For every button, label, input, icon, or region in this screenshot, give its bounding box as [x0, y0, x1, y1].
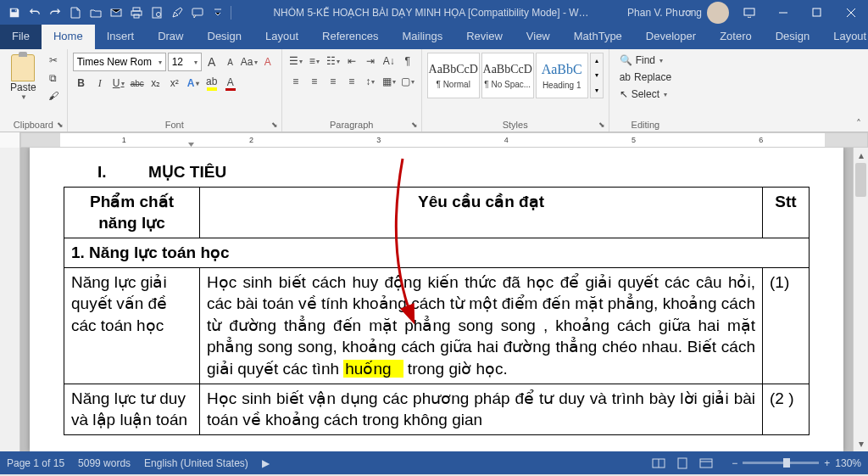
change-case-button[interactable]: Aa▾	[241, 53, 258, 70]
tab-table-layout[interactable]: Layout	[821, 25, 868, 49]
styles-gallery-more[interactable]: ▴▾▾	[590, 53, 604, 98]
save-icon[interactable]	[5, 3, 24, 22]
find-button[interactable]: 🔍Find▾	[615, 53, 676, 68]
borders-button[interactable]: ▢▾	[399, 73, 416, 90]
replace-button[interactable]: abReplace	[615, 70, 676, 85]
scroll-thumb[interactable]	[855, 163, 866, 197]
quick-print-icon[interactable]	[127, 3, 146, 22]
tab-layout[interactable]: Layout	[253, 25, 310, 49]
paragraph-launcher[interactable]: ⬊	[409, 120, 420, 130]
highlighted-text[interactable]: huống	[343, 360, 403, 378]
table-subheading[interactable]: 1. Năng lực toán học	[64, 238, 810, 267]
strikethrough-button[interactable]: abc	[129, 75, 146, 92]
tab-file[interactable]: File	[0, 25, 42, 49]
redo-icon[interactable]	[46, 3, 64, 22]
minimize-button[interactable]	[766, 3, 800, 23]
highlight-button[interactable]: ab	[203, 75, 220, 92]
tab-view[interactable]: View	[515, 25, 562, 49]
increase-indent-button[interactable]: ⇥	[362, 53, 379, 70]
zoom-level[interactable]: 130%	[835, 457, 861, 469]
tab-home[interactable]: Home	[42, 25, 95, 49]
print-layout-button[interactable]	[670, 454, 694, 473]
align-center-button[interactable]: ≡	[306, 73, 323, 90]
zoom-out-button[interactable]: −	[732, 457, 737, 469]
line-spacing-button[interactable]: ↕▾	[362, 73, 379, 90]
tab-mathtype[interactable]: MathType	[562, 25, 634, 49]
bullets-button[interactable]: ☰▾	[287, 53, 304, 70]
style-normal[interactable]: AaBbCcD¶ Normal	[427, 53, 480, 98]
tab-zotero[interactable]: Zotero	[708, 25, 764, 49]
style-heading-1[interactable]: AaBbCHeading 1	[536, 53, 588, 98]
user-account[interactable]: Phan V. Phương	[624, 2, 732, 24]
collapse-ribbon-button[interactable]: ˄	[851, 118, 866, 130]
vertical-scrollbar[interactable]: ▴ ▾	[853, 148, 868, 451]
tab-references[interactable]: References	[310, 25, 390, 49]
text-effects-button[interactable]: A▾	[185, 75, 202, 92]
undo-icon[interactable]	[25, 3, 44, 22]
paste-button[interactable]: Paste ▼	[5, 53, 42, 103]
cut-icon[interactable]: ✂	[45, 53, 62, 68]
format-painter-icon[interactable]: 🖌	[45, 88, 62, 104]
new-file-icon[interactable]	[66, 3, 85, 22]
bold-button[interactable]: B	[73, 75, 90, 92]
style-no-spacing[interactable]: AaBbCcD¶ No Spac...	[481, 53, 534, 98]
tab-review[interactable]: Review	[454, 25, 515, 49]
clear-formatting-button[interactable]: A	[259, 53, 276, 70]
editor-icon[interactable]	[168, 3, 186, 22]
word-count[interactable]: 5099 words	[78, 457, 131, 469]
underline-button[interactable]: U▾	[110, 75, 127, 92]
font-launcher[interactable]: ⬊	[270, 120, 280, 130]
tab-draw[interactable]: Draw	[146, 25, 195, 49]
close-button[interactable]	[834, 3, 868, 23]
superscript-button[interactable]: x²	[166, 75, 183, 92]
table-header[interactable]: Yêu cầu cần đạt	[200, 187, 763, 238]
font-name-input[interactable]: Times New Rom▾	[73, 53, 166, 71]
language-indicator[interactable]: English (United States)	[144, 457, 248, 469]
shrink-font-button[interactable]: A	[222, 53, 239, 70]
font-color-button[interactable]: A	[222, 75, 239, 92]
zoom-in-button[interactable]: +	[824, 457, 830, 469]
web-layout-button[interactable]	[694, 454, 718, 473]
tab-insert[interactable]: Insert	[95, 25, 147, 49]
print-preview-icon[interactable]	[147, 3, 166, 22]
tab-table-design[interactable]: Design	[764, 25, 821, 49]
styles-launcher[interactable]: ⬊	[597, 120, 607, 130]
grow-font-button[interactable]: A	[203, 53, 220, 70]
numbering-button[interactable]: ≡▾	[306, 53, 323, 70]
multilevel-button[interactable]: ☷▾	[325, 53, 342, 70]
copy-icon[interactable]: ⧉	[45, 70, 62, 86]
macro-icon[interactable]: ▶	[262, 457, 270, 469]
clipboard-launcher[interactable]: ⬊	[55, 120, 65, 130]
page-indicator[interactable]: Page 1 of 15	[7, 457, 64, 469]
italic-button[interactable]: I	[92, 75, 108, 92]
show-marks-button[interactable]: ¶	[399, 53, 416, 70]
vertical-ruler[interactable]	[0, 148, 20, 451]
scroll-up-button[interactable]: ▴	[854, 148, 868, 163]
shading-button[interactable]: ▦▾	[381, 73, 398, 90]
table-header[interactable]: Stt	[763, 187, 810, 238]
tab-developer[interactable]: Developer	[634, 25, 708, 49]
subscript-button[interactable]: x₂	[147, 75, 164, 92]
page-container[interactable]: I.MỤC TIÊU Phẩm chất năng lực Yêu cầu cầ…	[20, 148, 853, 451]
heading-1[interactable]: I.MỤC TIÊU	[64, 161, 810, 183]
tab-mailings[interactable]: Mailings	[391, 25, 455, 49]
horizontal-ruler[interactable]: 123456	[0, 132, 868, 148]
table-header[interactable]: Phẩm chất năng lực	[64, 187, 200, 238]
maximize-button[interactable]	[800, 3, 834, 23]
content-table[interactable]: Phẩm chất năng lực Yêu cầu cần đạt Stt 1…	[64, 187, 810, 435]
select-button[interactable]: ↖Select▾	[615, 87, 676, 102]
tab-design[interactable]: Design	[196, 25, 253, 49]
open-file-icon[interactable]	[86, 3, 105, 22]
font-size-input[interactable]: 12▾	[168, 53, 202, 71]
ribbon-options-icon[interactable]	[732, 3, 766, 23]
align-left-button[interactable]: ≡	[287, 73, 304, 90]
decrease-indent-button[interactable]: ⇤	[343, 53, 360, 70]
qat-customize-icon[interactable]	[209, 3, 227, 22]
zoom-slider[interactable]	[743, 462, 819, 464]
scroll-down-button[interactable]: ▾	[854, 436, 868, 451]
email-icon[interactable]	[107, 3, 125, 22]
justify-button[interactable]: ≡	[343, 73, 360, 90]
read-mode-button[interactable]	[647, 454, 670, 473]
sort-button[interactable]: A↓	[381, 53, 398, 70]
align-right-button[interactable]: ≡	[325, 73, 342, 90]
